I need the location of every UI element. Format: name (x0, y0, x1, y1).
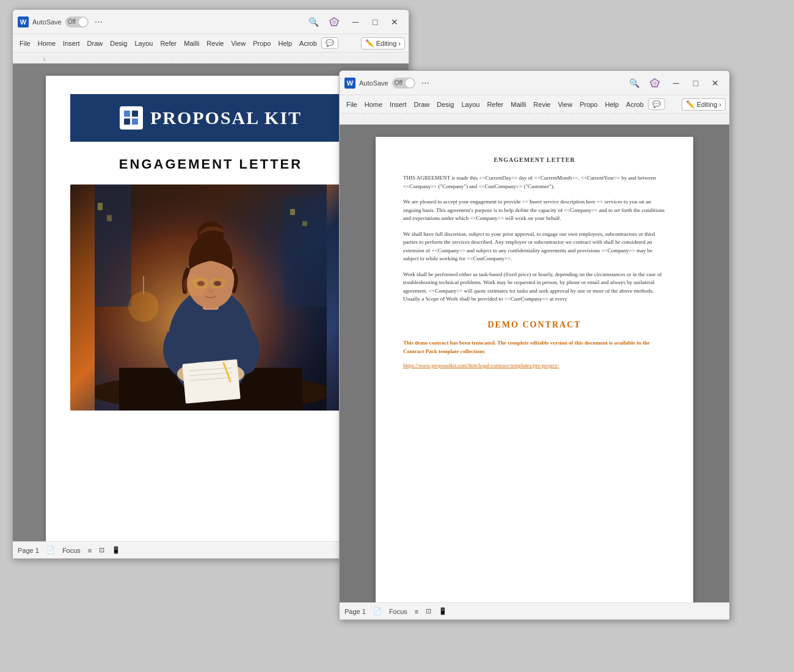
word-icon-1: W (18, 16, 29, 27)
menu-view-2[interactable]: View (555, 100, 575, 109)
menu-review-2[interactable]: Revie (530, 100, 553, 109)
menu-review-1[interactable]: Revie (203, 38, 227, 48)
pk-logo (120, 106, 143, 130)
title-bar-2: W AutoSave Off ··· 🔍 ─ □ ✕ (340, 71, 729, 95)
editing-btn-1[interactable]: ✏️ Editing › (361, 37, 405, 49)
menu-home-1[interactable]: Home (35, 38, 59, 48)
toggle-knob-1 (79, 18, 87, 26)
svg-marker-1 (332, 20, 337, 24)
autosave-label-2: AutoSave (359, 79, 388, 87)
maximize-btn-2[interactable]: □ (687, 76, 705, 90)
maximize-btn-1[interactable]: □ (366, 15, 384, 29)
doc-para-2: We are pleased to accept your engagement… (403, 198, 666, 223)
read-mode-icon-2[interactable]: 📄 (373, 607, 382, 615)
svg-point-14 (197, 221, 224, 248)
demo-text: This demo contract has been truncated. T… (403, 338, 666, 356)
menu-home-2[interactable]: Home (362, 100, 385, 109)
minimize-btn-2[interactable]: ─ (667, 76, 685, 90)
cover-header: Proposal Kit (70, 94, 351, 142)
win-controls-2: ─ □ ✕ (667, 76, 724, 90)
doc-area-2[interactable]: ENGAGEMENT LETTER THIS AGREEMENT is made… (340, 125, 729, 602)
demo-title: DEMO CONTRACT (403, 318, 666, 331)
sq2 (132, 111, 138, 117)
doc-content: ENGAGEMENT LETTER THIS AGREEMENT is made… (403, 155, 666, 370)
minimize-btn-1[interactable]: ─ (346, 15, 365, 29)
focus-label-2[interactable]: Focus (389, 608, 407, 615)
menu-file-2[interactable]: File (343, 100, 360, 109)
svg-point-21 (214, 281, 221, 286)
word-icon-2: W (344, 78, 355, 89)
page-1: Proposal Kit ENGAGEMENT LETTER (46, 76, 376, 541)
mobile-icon-1: 📱 (112, 546, 120, 554)
pk-title: Proposal Kit (150, 108, 302, 128)
sq1 (124, 111, 130, 117)
layout-icon-1: ⊡ (99, 546, 104, 554)
title-bar-1: W AutoSave Off ··· 🔍 ─ □ ✕ (13, 10, 409, 34)
menu-acro-2[interactable]: Acrob (623, 100, 647, 109)
ruler-mark-l-1: L (43, 56, 46, 62)
menu-help-2[interactable]: Help (602, 100, 622, 109)
menu-prop-1[interactable]: Propo (250, 38, 274, 48)
designer-icon-2[interactable] (646, 75, 663, 92)
svg-rect-27 (107, 215, 112, 221)
designer-icon-1[interactable] (326, 13, 343, 31)
pk-squares (124, 111, 139, 125)
doc-para-4: Work shall be performed either as task-b… (403, 271, 666, 304)
comment-btn-2[interactable]: 💬 (648, 98, 665, 110)
autosave-toggle-2[interactable]: Off (392, 78, 415, 89)
menu-file-1[interactable]: File (16, 38, 34, 48)
sq4 (132, 119, 138, 125)
svg-rect-29 (302, 221, 307, 226)
layout-icon-2: ⊡ (426, 607, 431, 615)
sq3 (124, 119, 130, 125)
focus-label-1[interactable]: Focus (62, 547, 81, 554)
menu-layout-2[interactable]: Layou (458, 100, 483, 109)
read-mode-icon-1[interactable]: 📄 (46, 546, 55, 554)
pencil-icon-1: ✏️ (365, 39, 374, 48)
doc-title: ENGAGEMENT LETTER (403, 155, 666, 164)
menu-bar-2: File Home Insert Draw Desig Layou Refer … (340, 95, 729, 114)
editing-label-2: Editing (697, 101, 718, 108)
menu-insert-1[interactable]: Insert (60, 38, 83, 48)
menu-insert-2[interactable]: Insert (387, 100, 410, 109)
menu-prop-2[interactable]: Propo (577, 100, 600, 109)
menu-ref-2[interactable]: Refer (484, 100, 506, 109)
more-icon-2[interactable]: ··· (419, 78, 432, 89)
svg-rect-26 (98, 203, 103, 210)
menu-mail-2[interactable]: Mailli (508, 100, 529, 109)
close-btn-2[interactable]: ✕ (706, 76, 724, 90)
menu-help-1[interactable]: Help (275, 38, 295, 48)
menu-view-1[interactable]: View (228, 38, 249, 48)
menu-layout-1[interactable]: Layou (131, 38, 156, 48)
editing-chevron-2: › (719, 101, 721, 108)
menu-design-2[interactable]: Desig (434, 100, 457, 109)
demo-section: DEMO CONTRACT This demo contract has bee… (403, 318, 666, 370)
menu-design-1[interactable]: Desig (107, 38, 130, 48)
menu-acro-1[interactable]: Acrob (296, 38, 320, 48)
menu-ref-1[interactable]: Refer (157, 38, 180, 48)
close-btn-1[interactable]: ✕ (385, 15, 404, 29)
page-num-2: Page 1 (344, 608, 366, 615)
menu-draw-1[interactable]: Draw (84, 38, 106, 48)
search-btn-2[interactable]: 🔍 (625, 75, 643, 92)
autosave-toggle-1[interactable]: Off (65, 16, 89, 27)
menu-mail-1[interactable]: Mailli (181, 38, 202, 48)
search-btn-1[interactable]: 🔍 (305, 13, 322, 31)
view-icons-2: ≡ (415, 608, 418, 615)
win-controls-1: ─ □ ✕ (346, 15, 404, 29)
autosave-label-1: AutoSave (32, 18, 62, 26)
menu-draw-2[interactable]: Draw (411, 100, 433, 109)
engagement-title: ENGAGEMENT LETTER (70, 156, 351, 172)
ruler-1: L (13, 53, 409, 64)
more-icon-1[interactable]: ··· (92, 16, 105, 27)
view-icons-1: ≡ (88, 547, 92, 554)
doc-para-3: We shall have full discretion, subject t… (403, 230, 666, 263)
editing-btn-2[interactable]: ✏️ Editing › (682, 98, 726, 111)
svg-marker-33 (652, 81, 657, 86)
svg-rect-28 (290, 209, 295, 215)
page-2: ENGAGEMENT LETTER THIS AGREEMENT is made… (376, 137, 693, 602)
ruler-2 (340, 114, 729, 125)
comment-btn-1[interactable]: 💬 (321, 37, 338, 49)
editing-label-1: Editing (376, 40, 397, 47)
demo-link[interactable]: https://www.proposalkit.com/htm/legal-co… (403, 362, 666, 370)
